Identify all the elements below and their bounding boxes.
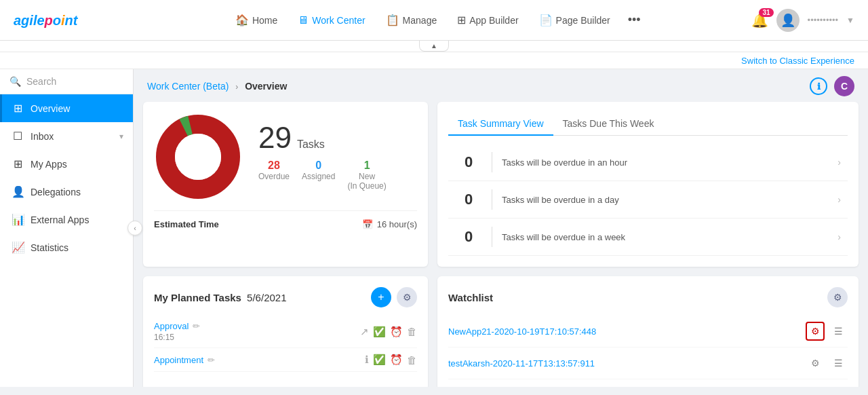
watchlist-title: Watchlist [448, 292, 493, 303]
sidebar-item-myapps[interactable]: ⊞ My Apps [0, 150, 133, 178]
classic-experience-link[interactable]: Switch to Classic Experience [741, 56, 854, 66]
summary-divider-3 [492, 227, 492, 247]
breadcrumb-separator: › [235, 82, 238, 92]
overview-icon: ⊞ [12, 102, 24, 115]
sidebar-item-inbox[interactable]: ☐ Inbox ▾ [0, 122, 133, 150]
approval-time: 16:15 [154, 333, 360, 342]
check-icon-approval[interactable]: ✅ [373, 326, 386, 338]
notifications-button[interactable]: 🔔 31 [751, 12, 768, 29]
delete-icon-approval[interactable]: 🗑 [407, 326, 417, 337]
estimated-hours: 16 hour(s) [377, 219, 417, 229]
sidebar-item-overview[interactable]: ⊞ Overview [0, 94, 133, 122]
clock-icon: 📅 [362, 219, 373, 229]
task-item-actions-approval: ↗ ✅ ⏰ 🗑 [360, 326, 417, 338]
nav-links: 🏠 Home 🖥 Work Center 📋 Manage ⊞ App Buil… [122, 10, 751, 31]
sidebar-myapps-label: My Apps [31, 159, 123, 170]
task-count-area: 29 Tasks 28 Overdue 0 Assigned [258, 123, 387, 191]
watchlist-panel: Watchlist ⚙ NewApp21-2020-10-19T17:10:57… [437, 276, 859, 387]
planned-tasks-panel: My Planned Tasks 5/6/2021 + ⚙ Approval ✏ [143, 276, 428, 387]
breadcrumb-parent[interactable]: Work Center (Beta) [147, 81, 229, 92]
nav-pagebuilder[interactable]: 📄 Page Builder [531, 10, 618, 31]
clock-icon-appointment[interactable]: ⏰ [390, 354, 403, 366]
new-sublabel: (In Queue) [347, 181, 386, 191]
estimated-time-row: Estimated Time 📅 16 hour(s) [154, 210, 417, 229]
summary-row-day[interactable]: 0 Tasks will be overdue in a day › [448, 181, 848, 219]
sidebar-item-externalapps[interactable]: 📊 External Apps [0, 206, 133, 233]
export-icon-approval[interactable]: ↗ [360, 326, 369, 338]
planned-tasks-title: My Planned Tasks 5/6/2021 [154, 292, 287, 303]
donut-svg [154, 113, 242, 201]
sidebar-externalapps-label: External Apps [31, 214, 123, 225]
delete-icon-appointment[interactable]: 🗑 [407, 354, 417, 366]
assigned-count: 0 [302, 159, 335, 172]
task-item-approval: Approval ✏ 16:15 ↗ ✅ ⏰ 🗑 [154, 316, 417, 348]
task-item-actions-appointment: ℹ ✅ ⏰ 🗑 [365, 354, 417, 366]
logo: agilepoint [14, 12, 102, 29]
appointment-label[interactable]: Appointment [154, 355, 203, 365]
approval-label[interactable]: Approval [154, 321, 189, 331]
info-icon-appointment[interactable]: ℹ [365, 354, 369, 366]
user-avatar[interactable]: 👤 [776, 9, 800, 32]
nav-home[interactable]: 🏠 Home [227, 10, 285, 31]
nav-home-label: Home [252, 15, 277, 26]
overdue-hour-text: Tasks will be overdue in an hour [502, 157, 837, 168]
edit-icon-appointment[interactable]: ✏ [208, 355, 215, 365]
sidebar-search[interactable]: 🔍 Search [0, 69, 133, 94]
watch-item-1-actions: ⚙ ☰ [806, 322, 848, 341]
sidebar-item-delegations[interactable]: 👤 Delegations [0, 178, 133, 206]
breadcrumb-actions: ℹ C [810, 76, 854, 96]
assigned-label: Assigned [302, 172, 335, 181]
add-task-button[interactable]: + [371, 287, 391, 307]
tab-due-this-week-label: Tasks Due This Week [563, 118, 654, 129]
watchlist-item-1-settings-active[interactable]: ⚙ [806, 322, 825, 341]
sidebar-inbox-label: Inbox [31, 131, 113, 142]
watchlist-item-1-menu[interactable]: ☰ [829, 322, 848, 341]
summary-row-week[interactable]: 0 Tasks will be overdue in a week › [448, 219, 848, 256]
watchlist-item-2-name[interactable]: testAkarsh-2020-11-17T13:13:57:911 [448, 358, 806, 369]
info-button[interactable]: ℹ [810, 77, 827, 95]
planned-tasks-header: My Planned Tasks 5/6/2021 + ⚙ [154, 287, 417, 307]
planned-tasks-title-text: My Planned Tasks [154, 292, 241, 303]
nav-manage[interactable]: 📋 Manage [378, 10, 446, 31]
row-chevron-day: › [837, 194, 841, 205]
task-stats-panel: 29 Tasks 28 Overdue 0 Assigned [143, 102, 428, 267]
user-circle-button[interactable]: C [834, 76, 854, 96]
watchlist-item-2-menu[interactable]: ☰ [829, 354, 848, 373]
svg-point-2 [175, 134, 221, 180]
tab-tasks-due-this-week[interactable]: Tasks Due This Week [553, 113, 664, 136]
nav-workcenter[interactable]: 🖥 Work Center [290, 10, 373, 31]
clock-icon-approval[interactable]: ⏰ [390, 326, 403, 338]
overdue-count: 28 [258, 159, 290, 172]
myapps-icon: ⊞ [12, 157, 24, 170]
planned-tasks-settings-button[interactable]: ⚙ [397, 287, 417, 307]
overdue-day-count: 0 [455, 191, 482, 208]
sidebar-item-statistics[interactable]: 📈 Statistics [0, 233, 133, 261]
edit-icon-approval[interactable]: ✏ [193, 321, 200, 331]
monitor-icon: 🖥 [298, 14, 309, 26]
watchlist-item-2-settings[interactable]: ⚙ [806, 354, 825, 373]
nav-collapse-button[interactable]: ▲ [419, 41, 449, 52]
sidebar-collapse-button[interactable]: ‹ [127, 221, 142, 236]
task-item-appointment: Appointment ✏ ℹ ✅ ⏰ 🗑 [154, 348, 417, 372]
check-icon-appointment[interactable]: ✅ [373, 354, 386, 366]
nav-appbuilder[interactable]: ⊞ App Builder [449, 10, 526, 31]
new-count: 1 [347, 159, 386, 172]
user-dropdown-arrow[interactable]: ▼ [846, 16, 854, 25]
summary-row-hour[interactable]: 0 Tasks will be overdue in an hour › [448, 144, 848, 181]
home-icon: 🏠 [235, 14, 249, 26]
watchlist-item-1-name[interactable]: NewApp21-2020-10-19T17:10:57:448 [448, 326, 806, 337]
manage-icon: 📋 [386, 14, 399, 26]
tab-task-summary-view[interactable]: Task Summary View [448, 113, 553, 136]
estimated-label: Estimated Time [154, 219, 219, 229]
top-panels-row: 29 Tasks 28 Overdue 0 Assigned [134, 102, 868, 276]
nav-more-button[interactable]: ••• [623, 10, 646, 30]
notification-badge: 31 [759, 8, 773, 17]
task-summary-panel: Task Summary View Tasks Due This Week 0 … [437, 102, 859, 267]
stats-row: 29 Tasks 28 Overdue 0 Assigned [154, 113, 417, 201]
assigned-stat: 0 Assigned [302, 159, 335, 191]
watchlist-settings-button[interactable]: ⚙ [827, 287, 848, 307]
watch-item-2-actions: ⚙ ☰ [806, 354, 848, 373]
main-layout: 🔍 Search ⊞ Overview ☐ Inbox ▾ ⊞ My Apps … [0, 69, 868, 387]
statistics-icon: 📈 [12, 241, 24, 254]
watchlist-actions: ⚙ [827, 287, 848, 307]
